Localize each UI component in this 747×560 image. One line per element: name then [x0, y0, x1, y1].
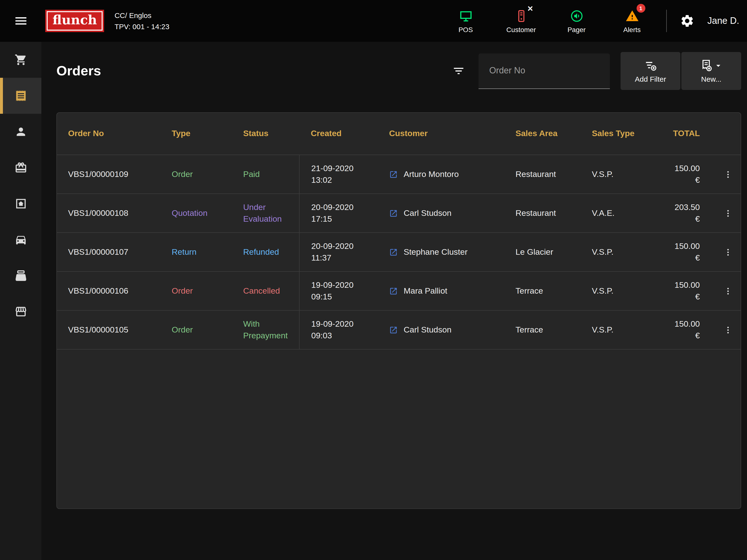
column-header-customer: Customer — [389, 129, 516, 138]
sidebar-item-register[interactable] — [0, 258, 41, 294]
alerts-icon-wrap: 1 — [625, 8, 639, 24]
open-in-new-icon — [389, 209, 398, 217]
table-row[interactable]: VBS1/00000107ReturnRefunded20-09-202011:… — [57, 233, 741, 272]
cell-type: Quotation — [172, 207, 243, 219]
table-body: VBS1/00000109OrderPaid21-09-202013:02Art… — [57, 155, 741, 349]
topbar-action-pos[interactable]: POS — [441, 8, 490, 34]
store-info: CC/ Englos TPV: 001 - 14:23 — [114, 12, 170, 30]
car-icon — [14, 233, 27, 246]
row-menu-button[interactable] — [720, 164, 736, 184]
table-row[interactable]: VBS1/00000106OrderCancelled19-09-202009:… — [57, 272, 741, 311]
cell-total: 150.00 € — [668, 240, 715, 264]
user-name[interactable]: Jane D. — [707, 16, 739, 26]
column-header-type: Type — [172, 129, 243, 138]
customer-name: Carl Studson — [404, 324, 452, 336]
created-time: 11:37 — [311, 252, 385, 264]
cell-total: 203.50 € — [668, 202, 715, 225]
customer-link[interactable]: Stephane Cluster — [389, 246, 516, 258]
customer-name: Stephane Cluster — [404, 246, 468, 258]
order-no-input[interactable] — [479, 65, 610, 76]
topbar-action-pager[interactable]: Pager — [552, 8, 601, 34]
sidebar-item-customers[interactable] — [0, 114, 41, 150]
sidebar-item-venue[interactable] — [0, 186, 41, 222]
filter-list-button[interactable] — [447, 60, 470, 82]
kebab-icon — [723, 324, 733, 335]
cell-sales-area: Terrace — [516, 285, 592, 297]
chevron-down-icon — [713, 60, 723, 70]
sidebar-item-store[interactable] — [0, 294, 41, 329]
tpv-status: TPV: 001 - 14:23 — [114, 23, 170, 30]
row-menu-button[interactable] — [720, 242, 736, 262]
settings-button[interactable] — [676, 10, 698, 32]
cell-type: Return — [172, 246, 243, 258]
cell-created: 21-09-202013:02 — [299, 155, 389, 193]
store-icon — [14, 305, 27, 318]
orders-table: Order NoTypeStatusCreatedCustomerSales A… — [56, 112, 741, 509]
kebab-icon — [723, 247, 733, 258]
sidebar-item-cart[interactable] — [0, 42, 41, 78]
cell-sales-area: Terrace — [516, 324, 592, 336]
alert-triangle-icon — [625, 9, 639, 23]
table-row[interactable]: VBS1/00000108QuotationUnder Evaluation20… — [57, 194, 741, 233]
row-menu-button[interactable] — [720, 281, 736, 301]
cell-status: Under Evaluation — [243, 202, 299, 225]
order-no-field — [479, 53, 610, 89]
cell-sales-type: V.S.P. — [592, 246, 668, 258]
customer-link[interactable]: Arturo Montoro — [389, 168, 516, 180]
sidebar-item-orders[interactable] — [0, 78, 41, 114]
cell-type: Order — [172, 168, 243, 180]
customer-icon-wrap: ✕ — [514, 8, 528, 24]
cell-order-no: VBS1/00000106 — [68, 285, 172, 297]
topbar-action-customer[interactable]: ✕Customer — [497, 8, 545, 34]
hamburger-icon — [14, 14, 28, 28]
customer-link[interactable]: Mara Palliot — [389, 285, 516, 297]
cell-total: 150.00 € — [668, 279, 715, 302]
main-content: Orders Add Filter — [41, 42, 747, 560]
topbar-divider — [666, 10, 667, 32]
open-in-new-icon — [389, 248, 398, 257]
cell-order-no: VBS1/00000105 — [68, 324, 172, 336]
add-filter-button[interactable]: Add Filter — [621, 52, 680, 90]
table-row[interactable]: VBS1/00000105OrderWith Prepayment19-09-2… — [57, 311, 741, 349]
cell-status: With Prepayment — [243, 318, 299, 342]
new-order-label: New... — [701, 75, 721, 83]
customer-name: Mara Palliot — [404, 285, 447, 297]
open-in-new-icon — [389, 170, 398, 179]
pager-icon-wrap — [570, 8, 583, 24]
column-header-salestype: Sales Type — [592, 129, 668, 138]
customer-link[interactable]: Carl Studson — [389, 207, 516, 219]
menu-button[interactable] — [0, 0, 42, 42]
gear-icon — [680, 14, 694, 28]
customer-link[interactable]: Carl Studson — [389, 324, 516, 336]
kebab-icon — [723, 169, 733, 180]
created-time: 09:15 — [311, 291, 385, 302]
pager-icon — [570, 9, 583, 23]
cell-sales-type: V.A.E. — [592, 207, 668, 219]
sidebar-item-giftcards[interactable] — [0, 150, 41, 186]
cart-icon — [14, 53, 27, 66]
row-menu-button[interactable] — [720, 320, 736, 340]
column-header-area: Sales Area — [516, 129, 592, 138]
column-header-total: TOTAL — [668, 129, 715, 138]
created-date: 19-09-2020 — [311, 318, 385, 330]
sidebar-item-drive[interactable] — [0, 222, 41, 258]
created-time: 09:03 — [311, 330, 385, 342]
topbar-action-label: POS — [458, 26, 473, 33]
cell-total: 150.00 € — [668, 163, 715, 186]
topbar-actions: POS✕CustomerPager1Alerts — [441, 8, 656, 34]
new-receipt-icon — [700, 59, 712, 72]
table-row[interactable]: VBS1/00000109OrderPaid21-09-202013:02Art… — [57, 155, 741, 194]
row-menu-button[interactable] — [720, 204, 736, 223]
filter-list-icon — [452, 65, 465, 77]
cell-created: 19-09-202009:03 — [299, 311, 389, 349]
created-date: 20-09-2020 — [311, 202, 385, 213]
column-header-created: Created — [299, 129, 389, 138]
topbar-action-label: Customer — [506, 26, 536, 33]
topbar-action-label: Alerts — [623, 26, 641, 33]
topbar-action-alerts[interactable]: 1Alerts — [608, 8, 656, 34]
page-header: Orders Add Filter — [56, 42, 741, 95]
cell-sales-area: Restaurant — [516, 168, 592, 180]
new-order-button[interactable]: New... — [681, 52, 741, 90]
cell-status: Cancelled — [243, 285, 299, 297]
building-icon — [14, 197, 27, 210]
